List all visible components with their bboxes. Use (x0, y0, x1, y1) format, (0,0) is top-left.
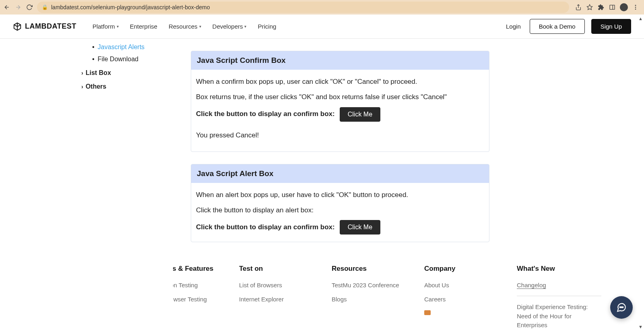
footer: 📅 Book a Demo 🎧 Call us Products & Featu… (173, 242, 634, 330)
footer-link[interactable]: Careers (424, 296, 509, 315)
footer-products: Products & Features Automation Testing C… (173, 265, 231, 330)
divider (517, 296, 601, 296)
footer-link[interactable]: About Us (424, 282, 509, 288)
share-icon[interactable] (575, 4, 582, 11)
footer-heading: Products & Features (173, 265, 231, 273)
svg-point-7 (620, 307, 621, 307)
back-icon[interactable] (3, 4, 10, 11)
brand-logo[interactable]: LAMBDATEST (13, 22, 76, 31)
footer-link[interactable]: Digital Experience Testing: Need of the … (517, 303, 601, 330)
card-header: Java Script Confirm Box (191, 51, 489, 70)
scroll-up-icon[interactable]: ▲ (638, 16, 643, 21)
card-text: Click the button to display an alert box… (196, 204, 484, 217)
sidebar-item-label: File Download (98, 56, 138, 62)
browser-chrome: 🔒 lambdatest.com/selenium-playground/jav… (0, 0, 644, 15)
action-prompt: Click the button to display an confirm b… (196, 221, 335, 234)
sidebar: Javascript Alerts File Download ›List Bo… (0, 39, 173, 330)
profile-avatar[interactable] (620, 3, 628, 11)
svg-rect-2 (610, 5, 615, 10)
chevron-down-icon: ▾ (117, 24, 119, 29)
menu-developers[interactable]: Developers▾ (213, 23, 247, 30)
url-text: lambdatest.com/selenium-playground/javas… (51, 4, 210, 10)
lock-icon: 🔒 (42, 4, 48, 10)
forward-icon[interactable] (14, 4, 22, 11)
brand-text: LAMBDATEST (25, 22, 76, 31)
menu-pricing[interactable]: Pricing (258, 23, 276, 30)
footer-heading: Resources (332, 265, 416, 273)
extensions-icon[interactable] (597, 4, 605, 11)
sidebar-group-others[interactable]: ›Others (80, 79, 173, 93)
footer-resources: Resources TestMu 2023 Conference Blogs (332, 265, 416, 330)
svg-point-4 (635, 5, 636, 6)
footer-link[interactable]: TestMu 2023 Conference (332, 282, 416, 288)
reload-icon[interactable] (26, 4, 33, 11)
svg-point-6 (635, 8, 636, 10)
top-navigation: LAMBDATEST Platform▾ Enterprise Resource… (0, 15, 644, 39)
scroll-down-icon[interactable]: ▼ (638, 324, 643, 329)
sidebar-item-javascript-alerts[interactable]: Javascript Alerts (80, 41, 173, 53)
confirm-result-text: You pressed Cancel! (196, 129, 484, 142)
login-link[interactable]: Login (506, 23, 521, 30)
menu-enterprise[interactable]: Enterprise (130, 23, 157, 30)
footer-link[interactable]: Automation Testing (173, 282, 231, 288)
card-text: When an alert box pops up, user have to … (196, 189, 484, 201)
alert-click-me-button[interactable]: Click Me (340, 220, 380, 235)
card-header: Java Script Alert Box (191, 164, 489, 183)
card-text: Box returns true, if the user clicks "OK… (196, 91, 484, 104)
confirm-box-card: Java Script Confirm Box When a confirm b… (191, 51, 489, 152)
chevron-right-icon: › (81, 83, 83, 90)
chevron-down-icon: ▾ (199, 24, 201, 29)
footer-link[interactable]: Blogs (332, 296, 416, 303)
footer-heading: What's New (517, 265, 601, 273)
sign-up-button[interactable]: Sign Up (591, 19, 631, 34)
footer-company: Company About Us Careers (424, 265, 509, 330)
footer-whats-new: What's New Changelog Digital Experience … (517, 265, 601, 330)
confirm-click-me-button[interactable]: Click Me (340, 107, 380, 122)
chat-widget[interactable] (610, 296, 633, 319)
card-text: When a confirm box pops up, user can cli… (196, 75, 484, 88)
footer-link[interactable]: Changelog (517, 282, 601, 288)
sidebar-group-list-box[interactable]: ›List Box (80, 65, 173, 79)
kebab-menu-icon[interactable] (632, 4, 639, 11)
url-bar[interactable]: 🔒 lambdatest.com/selenium-playground/jav… (37, 2, 569, 13)
sidebar-item-label: Javascript Alerts (98, 44, 144, 50)
svg-point-9 (622, 307, 623, 307)
sidebar-item-file-download[interactable]: File Download (80, 53, 173, 65)
briefcase-icon (424, 310, 431, 315)
alert-box-card: Java Script Alert Box When an alert box … (191, 164, 489, 243)
footer-heading: Company (424, 265, 509, 273)
action-prompt: Click the button to display an confirm b… (196, 108, 335, 120)
svg-point-8 (621, 307, 622, 307)
footer-link[interactable]: Cross Browser Testing (173, 296, 231, 303)
star-icon[interactable] (586, 4, 593, 11)
chevron-right-icon: › (81, 70, 83, 76)
footer-test-on: Test on List of Browsers Internet Explor… (239, 265, 324, 330)
main-content: Java Script Confirm Box When a confirm b… (173, 39, 644, 330)
footer-heading: Test on (239, 265, 324, 273)
footer-link[interactable]: Internet Explorer (239, 296, 324, 303)
menu-resources[interactable]: Resources▾ (169, 23, 201, 30)
panel-icon[interactable] (609, 4, 616, 11)
menu-platform[interactable]: Platform▾ (93, 23, 119, 30)
chevron-down-icon: ▾ (244, 24, 246, 29)
footer-link[interactable]: List of Browsers (239, 282, 324, 288)
svg-point-5 (635, 7, 636, 8)
svg-marker-1 (587, 4, 592, 10)
book-demo-button[interactable]: Book a Demo (530, 19, 585, 34)
